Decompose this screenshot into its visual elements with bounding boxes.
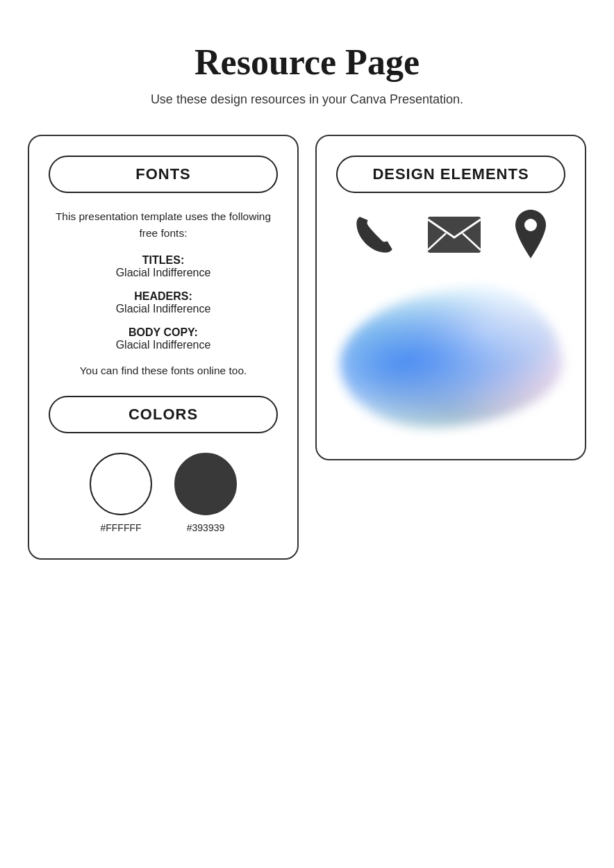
fonts-colors-card: FONTS This presentation template uses th…: [28, 135, 299, 560]
font-label-body: BODY COPY:: [49, 326, 278, 339]
font-item-headers: HEADERS: Glacial Indifference: [49, 290, 278, 315]
mail-icon: [426, 214, 482, 256]
font-item-body: BODY COPY: Glacial Indifference: [49, 326, 278, 351]
blob-gradient: [334, 278, 567, 436]
page-title: Resource Page: [194, 42, 420, 83]
fonts-badge: FONTS: [49, 156, 278, 193]
font-name-body: Glacial Indifference: [49, 339, 278, 351]
swatch-label-dark: #393939: [187, 522, 225, 533]
design-elements-card: DESIGN ELEMENTS: [315, 135, 586, 460]
font-label-headers: HEADERS:: [49, 290, 278, 303]
design-icons-row: [336, 208, 565, 260]
swatch-label-white: #FFFFFF: [100, 522, 141, 533]
font-name-titles: Glacial Indifference: [49, 267, 278, 279]
phone-icon: [350, 210, 399, 259]
swatch-circle-white: [90, 453, 152, 515]
font-name-headers: Glacial Indifference: [49, 303, 278, 315]
color-swatches: #FFFFFF #393939: [49, 453, 278, 533]
font-item-titles: TITLES: Glacial Indifference: [49, 254, 278, 279]
svg-point-1: [524, 219, 537, 231]
swatch-dark: #393939: [174, 453, 237, 533]
design-elements-badge: DESIGN ELEMENTS: [336, 156, 565, 193]
colors-badge: COLORS: [49, 396, 278, 433]
svg-rect-0: [428, 217, 481, 253]
font-label-titles: TITLES:: [49, 254, 278, 267]
fonts-description: This presentation template uses the foll…: [49, 208, 278, 242]
swatch-white: #FFFFFF: [90, 453, 152, 533]
blob-container: [336, 281, 565, 434]
location-icon: [510, 208, 551, 260]
page-subtitle: Use these design resources in your Canva…: [151, 92, 463, 107]
fonts-note: You can find these fonts online too.: [49, 362, 278, 379]
main-content: FONTS This presentation template uses th…: [28, 135, 586, 560]
swatch-circle-dark: [174, 453, 237, 515]
